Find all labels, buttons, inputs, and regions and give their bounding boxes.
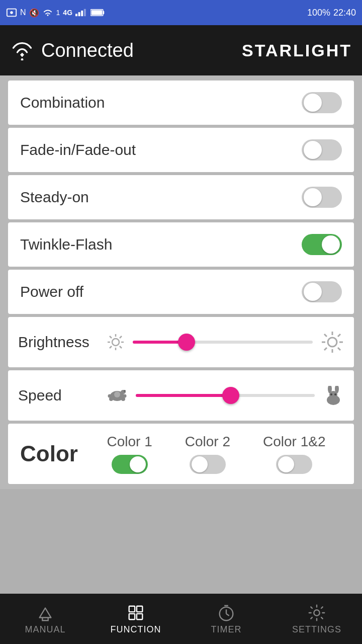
brightness-thumb[interactable] bbox=[178, 334, 195, 351]
brightness-row: Brightness bbox=[8, 317, 354, 367]
timer-nav-icon bbox=[217, 603, 236, 622]
combination-label: Combination bbox=[20, 94, 105, 111]
nav-manual[interactable]: MANUAL bbox=[0, 599, 90, 639]
timer-nav-label: TIMER bbox=[211, 624, 242, 635]
svg-rect-43 bbox=[137, 606, 142, 611]
twinkle-flash-row: Twinkle-Flash bbox=[8, 222, 354, 267]
steady-on-row: Steady-on bbox=[8, 175, 354, 219]
speed-track[interactable] bbox=[136, 394, 315, 397]
color1-toggle-knob bbox=[130, 456, 146, 472]
color-row: Color Color 1 Color 2 Color 1&2 bbox=[8, 424, 354, 484]
network-icon: N bbox=[20, 8, 26, 17]
color-options: Color 1 Color 2 Color 1&2 bbox=[90, 434, 342, 474]
power-off-toggle-knob bbox=[304, 283, 322, 301]
connected-label: Connected bbox=[41, 40, 134, 61]
svg-line-48 bbox=[226, 613, 229, 615]
manual-nav-icon bbox=[36, 603, 55, 622]
speed-row: Speed bbox=[8, 370, 354, 421]
svg-line-17 bbox=[120, 336, 122, 338]
color1-toggle[interactable] bbox=[112, 455, 148, 474]
nav-settings[interactable]: SETTINGS bbox=[272, 599, 362, 639]
svg-line-16 bbox=[120, 346, 122, 348]
turtle-icon bbox=[107, 388, 128, 403]
color12-option: Color 1&2 bbox=[263, 434, 326, 474]
battery-percent: 100% bbox=[307, 8, 330, 18]
combination-toggle-knob bbox=[304, 94, 322, 112]
nav-function[interactable]: FUNCTION bbox=[90, 599, 181, 639]
fade-label: Fade-in/Fade-out bbox=[20, 141, 136, 158]
main-content: Combination Fade-in/Fade-out Steady-on T… bbox=[0, 75, 362, 489]
rabbit-icon bbox=[323, 386, 344, 405]
nav-timer[interactable]: TIMER bbox=[181, 599, 272, 639]
brand-prefix: STAR bbox=[242, 41, 293, 60]
color2-toggle-knob bbox=[192, 456, 208, 472]
battery-icon bbox=[90, 8, 105, 17]
color12-label: Color 1&2 bbox=[263, 434, 326, 450]
manual-nav-label: MANUAL bbox=[25, 624, 65, 635]
color1-label: Color 1 bbox=[107, 434, 152, 450]
settings-nav-label: SETTINGS bbox=[292, 624, 341, 635]
svg-point-35 bbox=[124, 390, 126, 392]
wifi-connected-icon bbox=[10, 40, 34, 60]
brand-suffix: LIGHT bbox=[293, 41, 352, 60]
color-main-label: Color bbox=[20, 441, 90, 466]
color1-option: Color 1 bbox=[107, 434, 152, 474]
svg-point-50 bbox=[314, 610, 319, 615]
svg-rect-2 bbox=[75, 14, 77, 16]
svg-point-41 bbox=[334, 393, 336, 395]
sim-icon: 1 bbox=[56, 9, 60, 17]
power-off-label: Power off bbox=[20, 283, 83, 300]
steady-on-label: Steady-on bbox=[20, 189, 89, 206]
speed-label: Speed bbox=[18, 387, 99, 404]
color2-toggle[interactable] bbox=[190, 455, 226, 474]
header-left: Connected bbox=[10, 40, 134, 61]
status-bar: N 🔇 1 4G 100% 22:40 bbox=[0, 0, 362, 25]
svg-point-40 bbox=[330, 393, 332, 395]
svg-line-24 bbox=[324, 334, 327, 337]
header: Connected STARLIGHT bbox=[0, 25, 362, 75]
steady-on-toggle-knob bbox=[304, 188, 322, 206]
wifi-status-icon bbox=[42, 8, 53, 17]
twinkle-flash-toggle[interactable] bbox=[302, 234, 342, 255]
svg-point-29 bbox=[114, 391, 120, 397]
svg-rect-7 bbox=[103, 11, 104, 14]
time-display: 22:40 bbox=[333, 8, 356, 18]
color2-option: Color 2 bbox=[185, 434, 230, 474]
svg-point-10 bbox=[112, 339, 119, 346]
fade-toggle[interactable] bbox=[302, 139, 342, 160]
brand-logo: STARLIGHT bbox=[242, 41, 352, 60]
status-left: N 🔇 1 4G bbox=[6, 7, 105, 18]
power-off-row: Power off bbox=[8, 270, 354, 314]
svg-rect-42 bbox=[129, 606, 135, 611]
status-right: 100% 22:40 bbox=[307, 8, 356, 18]
svg-rect-8 bbox=[92, 10, 103, 15]
svg-point-9 bbox=[21, 58, 24, 60]
svg-line-15 bbox=[110, 336, 112, 338]
svg-point-33 bbox=[123, 394, 127, 398]
fade-toggle-knob bbox=[304, 141, 322, 159]
combination-toggle[interactable] bbox=[302, 92, 342, 113]
svg-line-25 bbox=[338, 348, 340, 350]
power-off-toggle[interactable] bbox=[302, 281, 342, 302]
svg-rect-5 bbox=[84, 9, 86, 16]
svg-rect-4 bbox=[81, 11, 83, 16]
svg-rect-44 bbox=[129, 613, 135, 619]
color12-toggle[interactable] bbox=[276, 455, 312, 474]
svg-line-27 bbox=[324, 348, 327, 350]
svg-point-19 bbox=[328, 338, 337, 347]
fade-row: Fade-in/Fade-out bbox=[8, 128, 354, 172]
speed-fill bbox=[136, 394, 231, 397]
settings-nav-icon bbox=[307, 603, 326, 622]
network-4g-icon: 4G bbox=[63, 9, 72, 17]
speed-thumb[interactable] bbox=[222, 387, 239, 404]
steady-on-toggle[interactable] bbox=[302, 187, 342, 208]
svg-point-32 bbox=[108, 394, 112, 398]
brightness-track[interactable] bbox=[133, 341, 313, 344]
color2-label: Color 2 bbox=[185, 434, 230, 450]
sun-large-icon bbox=[321, 331, 344, 354]
svg-rect-45 bbox=[137, 613, 142, 619]
svg-line-26 bbox=[338, 334, 340, 337]
svg-point-1 bbox=[10, 11, 13, 14]
combination-row: Combination bbox=[8, 80, 354, 125]
mute-icon: 🔇 bbox=[29, 8, 39, 18]
